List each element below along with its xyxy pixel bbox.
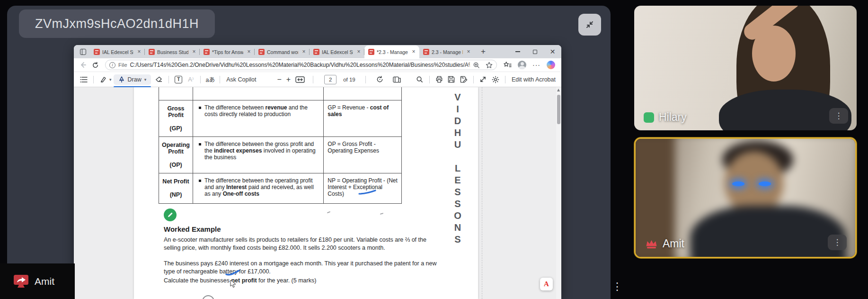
share-options-kebab[interactable]: ⋮ <box>612 281 622 293</box>
fullscreen-button[interactable] <box>477 73 489 86</box>
toc-button[interactable] <box>78 73 90 86</box>
page-view-button[interactable] <box>391 73 403 86</box>
table-cell-term: Profit <box>159 87 193 100</box>
minimize-button[interactable] <box>509 45 526 58</box>
restore-icon <box>533 50 537 54</box>
table-cell-desc: The difference between revenue and the c… <box>193 100 323 137</box>
tab-label: IAL Edexcel Stu <box>322 49 353 55</box>
participant-options-button[interactable]: ⋮ <box>828 235 847 250</box>
close-tab-icon[interactable]: × <box>301 49 307 55</box>
close-tab-icon[interactable]: × <box>410 49 417 55</box>
read-aloud-icon: A⁾ <box>188 76 194 83</box>
profile-avatar-icon[interactable] <box>518 61 526 69</box>
term-text: Operating Profit <box>162 142 190 155</box>
tab-label: Business Studie <box>157 49 188 55</box>
page-number-input[interactable]: 2 <box>324 75 337 84</box>
acrobat-floating-button[interactable]: A <box>540 278 553 290</box>
presenter-overlay: Amit <box>0 263 75 299</box>
tab-ial-edexcel-2[interactable]: IAL Edexcel Stu × <box>310 45 364 58</box>
scrollbar-thumb[interactable] <box>557 95 560 124</box>
term-text: Net Profit <box>162 178 189 185</box>
pdf-scrollbar[interactable] <box>556 87 561 299</box>
close-tab-icon[interactable]: × <box>465 49 472 55</box>
address-bar[interactable]: i File C:/Users/T14s%20Gen.2/OneDrive/Vi… <box>105 60 497 70</box>
tab-23-manage-finance-2[interactable]: 2.3 - Manage Fi × <box>419 45 474 58</box>
search-button[interactable] <box>414 73 426 86</box>
tab-tips-for-answering[interactable]: *Tips for Answe × <box>200 45 255 58</box>
tab-command-words[interactable]: Command wor × <box>255 45 310 58</box>
zoom-out-button[interactable]: − <box>277 75 281 84</box>
video-tile-amit: Amit ⋮ <box>634 137 857 258</box>
close-tab-icon[interactable]: × <box>355 49 362 55</box>
rotate-button[interactable] <box>374 73 386 86</box>
bullet-icon <box>199 180 201 182</box>
close-tab-icon[interactable]: × <box>136 49 142 55</box>
table-cell-desc <box>193 87 323 100</box>
save-button[interactable] <box>445 73 458 86</box>
presenter-name: Amit <box>35 276 54 287</box>
save-as-button[interactable] <box>458 73 470 86</box>
new-tab-button[interactable]: + <box>477 46 489 57</box>
page-view-icon <box>393 76 401 83</box>
collapse-button[interactable] <box>578 14 601 36</box>
zoom-in-button[interactable]: + <box>286 75 291 84</box>
fit-width-icon[interactable] <box>295 76 305 83</box>
translate-icon: aあ <box>206 75 215 84</box>
tab-23-manage-finance-active[interactable]: *2.3 - Manage F × <box>364 45 419 58</box>
print-button[interactable] <box>433 73 445 86</box>
table-row: Net Profit (NP) The difference between t… <box>159 173 402 204</box>
table-cell-desc: The difference between the gross profit … <box>193 137 323 173</box>
highlight-button[interactable] <box>97 73 109 86</box>
term-abbr: (OP) <box>160 162 192 168</box>
pdf-page: Profit Gross Profit (GP) The dif <box>134 87 478 299</box>
participant-options-button[interactable]: ⋮ <box>829 108 848 124</box>
zoom-page-icon[interactable] <box>473 62 480 69</box>
bullet-icon <box>199 107 201 109</box>
url-scheme-label: File <box>118 62 127 68</box>
eraser-icon <box>155 76 163 83</box>
close-window-button[interactable]: ✕ <box>544 45 561 58</box>
highlight-chevron-icon[interactable]: ▾ <box>109 77 112 82</box>
erase-button[interactable] <box>153 73 165 86</box>
settings-button[interactable] <box>489 73 502 86</box>
term-abbr: (GP) <box>160 125 192 132</box>
print-icon <box>435 76 443 83</box>
close-tab-icon[interactable]: × <box>191 49 197 55</box>
scroll-up-icon[interactable] <box>557 89 560 91</box>
pdf-file-icon <box>423 49 429 55</box>
read-aloud-button[interactable]: A⁾ <box>185 73 197 86</box>
draw-tool-button[interactable]: Draw ▾ <box>114 74 151 85</box>
tab-ial-edexcel-1[interactable]: IAL Edexcel Stu × <box>90 45 145 58</box>
tab-actions-button[interactable] <box>78 47 88 56</box>
close-window-icon: ✕ <box>550 48 556 55</box>
restore-button[interactable] <box>526 45 544 58</box>
browser-tab-strip: IAL Edexcel Stu × Business Studie × *Tip… <box>74 45 561 58</box>
pdf-toolbar: ▾ Draw ▾ T A⁾ aあ Ask Copilot − + <box>74 72 561 87</box>
tab-business-studies[interactable]: Business Studie × <box>145 45 200 58</box>
session-id-text: ZVmJxm9sHcAO2dn1dH1H <box>35 17 199 31</box>
bullet-icon <box>199 143 201 145</box>
back-button[interactable] <box>77 61 89 69</box>
pen-mark <box>380 213 383 215</box>
star-icon[interactable] <box>486 62 493 69</box>
ask-copilot-button[interactable]: Ask Copilot <box>226 76 256 83</box>
new-tab-icon: + <box>481 47 486 56</box>
pdf-file-icon <box>204 49 210 55</box>
video-tile-hilary: Hilary ⋮ <box>634 6 857 130</box>
browser-menu-icon[interactable]: ··· <box>532 61 540 69</box>
close-tab-icon[interactable]: × <box>246 49 252 55</box>
pdf-toolbar-right: Edit with Acrobat <box>414 73 558 86</box>
worked-example-paragraph-1: An e-scooter manufacturer sells its prod… <box>164 236 444 252</box>
table-cell-term: Operating Profit (OP) <box>159 137 193 173</box>
tab-label: *Tips for Answe <box>212 49 243 55</box>
collections-icon[interactable] <box>504 61 512 69</box>
refresh-button[interactable] <box>89 62 101 69</box>
edit-with-acrobat-button[interactable]: Edit with Acrobat <box>512 76 556 83</box>
translate-button[interactable]: aあ <box>204 73 216 86</box>
url-text[interactable]: C:/Users/T14s%20Gen.2/OneDrive/Vidhu%20L… <box>130 62 470 68</box>
info-icon[interactable]: i <box>109 62 115 68</box>
copilot-icon[interactable] <box>547 61 555 69</box>
tab-label: IAL Edexcel Stu <box>102 49 133 55</box>
pdf-file-icon <box>313 49 319 55</box>
add-text-button[interactable]: T <box>172 73 185 86</box>
